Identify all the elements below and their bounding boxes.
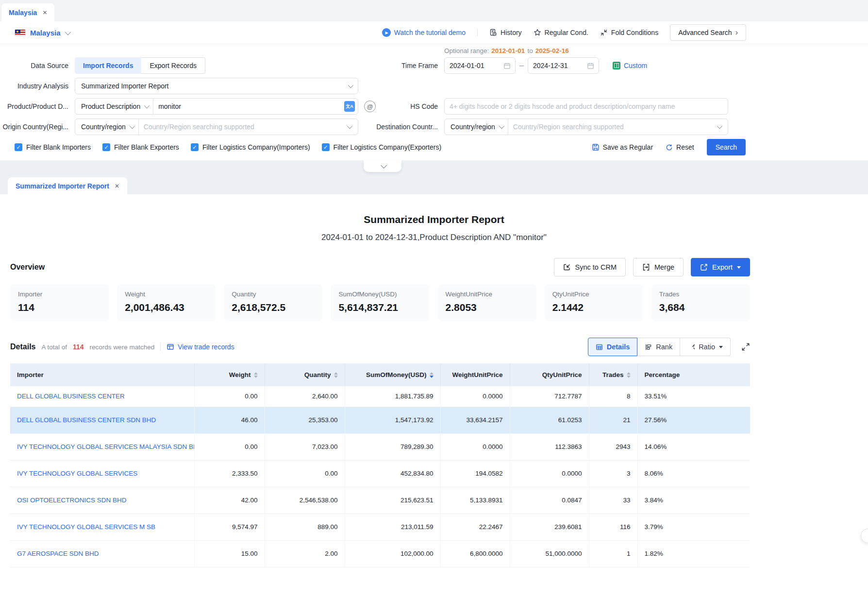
importer-link[interactable]: OSI OPTOELECTRONICS SDN BHD: [17, 497, 127, 504]
column-header[interactable]: Importer: [10, 363, 194, 386]
checkbox-checked-icon[interactable]: ✓: [322, 143, 330, 151]
sort-icon[interactable]: [430, 372, 434, 378]
advanced-search-button[interactable]: Advanced Search ›: [670, 24, 746, 41]
time-frame-start[interactable]: [444, 57, 516, 74]
sort-desc-caret[interactable]: [627, 376, 631, 378]
stat-value: 3,684: [659, 302, 742, 313]
checkbox-checked-icon[interactable]: ✓: [15, 143, 22, 151]
value-cell: 8.06%: [637, 460, 750, 487]
report-tab-label: Summarized Importer Report: [16, 182, 109, 190]
destination-mode-select[interactable]: Country/region: [445, 119, 508, 135]
sync-to-crm-button[interactable]: Sync to CRM: [554, 258, 626, 276]
sort-icon[interactable]: [334, 372, 338, 378]
column-header[interactable]: WeightUnitPrice: [440, 363, 510, 386]
window-tab-malaysia[interactable]: Malaysia ✕: [1, 3, 54, 21]
ratio-view-button[interactable]: Ratio: [680, 338, 731, 356]
importer-link[interactable]: IVY TECHNOLOGY GLOBAL SERVICES: [17, 470, 137, 477]
import-records-tab[interactable]: Import Records: [75, 57, 141, 74]
search-button[interactable]: Search: [707, 139, 746, 155]
filter-checkbox-0[interactable]: ✓Filter Blank Importers: [15, 143, 91, 151]
custom-range-button[interactable]: Custom: [613, 62, 647, 69]
chevron-down-icon: [347, 123, 352, 129]
product-input[interactable]: [153, 99, 344, 114]
fullscreen-button[interactable]: [741, 343, 750, 351]
divider: [160, 343, 161, 351]
translate-icon[interactable]: 文A: [344, 101, 355, 112]
tutorial-link[interactable]: ▶ Watch the tutorial demo: [382, 28, 466, 37]
value-cell: 213,011.59: [345, 514, 440, 540]
time-frame-end[interactable]: [528, 57, 599, 74]
table-row[interactable]: OSI OPTOELECTRONICS SDN BHD42.002,546,53…: [10, 487, 750, 514]
column-header[interactable]: Weight: [194, 363, 265, 386]
regular-cond-button[interactable]: Regular Cond.: [534, 29, 588, 36]
chevron-down-icon: [144, 103, 150, 108]
sort-desc-caret[interactable]: [430, 376, 434, 378]
time-frame-end-input[interactable]: [528, 58, 587, 73]
rank-view-button[interactable]: Rank: [637, 338, 680, 356]
hs-code-input[interactable]: [445, 99, 728, 114]
importer-link[interactable]: IVY TECHNOLOGY GLOBAL SERVICES M SB: [17, 523, 155, 531]
origin-country-input[interactable]: [139, 119, 347, 135]
report-tab[interactable]: Summarized Importer Report ✕: [8, 177, 127, 194]
sort-desc-caret[interactable]: [334, 376, 338, 378]
collapse-conditions-handle[interactable]: [364, 160, 401, 172]
stat-label: SumOfMoney(USD): [338, 291, 421, 298]
column-header[interactable]: SumOfMoney(USD): [345, 363, 440, 386]
time-frame-start-input[interactable]: [445, 58, 503, 73]
export-records-tab[interactable]: Export Records: [141, 57, 205, 74]
sort-asc-caret[interactable]: [430, 372, 434, 375]
table-row[interactable]: DELL GLOBAL BUSINESS CENTER0.002,640.001…: [10, 386, 750, 407]
value-cell: 46.00: [194, 407, 265, 433]
hs-code-field[interactable]: [444, 98, 728, 115]
destination-country-combo: Country/region: [444, 119, 728, 135]
sync-icon: [563, 263, 571, 271]
table-row[interactable]: G7 AEROSPACE SDN BHD15.002.00102,000.006…: [10, 540, 750, 567]
checkbox-checked-icon[interactable]: ✓: [191, 143, 199, 151]
divider: [477, 29, 478, 36]
table-row[interactable]: IVY TECHNOLOGY GLOBAL SERVICES MALAYSIA …: [10, 433, 750, 460]
sort-icon[interactable]: [627, 372, 631, 378]
save-as-regular-button[interactable]: Save as Regular: [592, 143, 653, 151]
filter-checkbox-3[interactable]: ✓Filter Logistics Company(Exporters): [322, 143, 442, 151]
column-header[interactable]: Quantity: [265, 363, 345, 386]
view-trade-records-link[interactable]: View trade records: [167, 343, 234, 351]
close-icon[interactable]: ✕: [115, 183, 119, 189]
importer-link[interactable]: IVY TECHNOLOGY GLOBAL SERVICES MALAYSIA …: [17, 443, 194, 450]
column-header[interactable]: Trades: [589, 363, 637, 386]
country-selector[interactable]: Malaysia: [15, 29, 69, 37]
destination-country-input[interactable]: [508, 119, 717, 135]
reset-button[interactable]: Reset: [666, 143, 694, 151]
fold-icon: [600, 29, 608, 36]
importer-link[interactable]: G7 AEROSPACE SDN BHD: [17, 550, 99, 557]
column-header[interactable]: Percentage: [637, 363, 750, 386]
column-header[interactable]: QtyUnitPrice: [510, 363, 589, 386]
close-icon[interactable]: ✕: [42, 10, 47, 16]
table-row[interactable]: DELL GLOBAL BUSINESS CENTER SDN BHD46.00…: [10, 407, 750, 433]
exact-match-icon[interactable]: @: [364, 101, 376, 112]
sort-asc-caret[interactable]: [627, 372, 631, 375]
importer-link[interactable]: DELL GLOBAL BUSINESS CENTER SDN BHD: [17, 416, 156, 424]
product-mode-select[interactable]: Product Description: [75, 99, 153, 114]
stat-label: Quantity: [232, 291, 315, 298]
sort-icon[interactable]: [254, 372, 258, 378]
history-button[interactable]: History: [489, 29, 522, 36]
stat-label: Importer: [18, 291, 101, 298]
table-row[interactable]: IVY TECHNOLOGY GLOBAL SERVICES M SB9,574…: [10, 514, 750, 540]
export-button[interactable]: Export: [691, 258, 750, 276]
sort-asc-caret[interactable]: [254, 372, 258, 375]
details-view-button[interactable]: Details: [588, 338, 638, 356]
origin-mode-select[interactable]: Country/region: [75, 119, 139, 135]
window-tab-label: Malaysia: [9, 9, 37, 17]
merge-button[interactable]: Merge: [633, 258, 684, 276]
checkbox-checked-icon[interactable]: ✓: [102, 143, 110, 151]
industry-analysis-select[interactable]: Summarized Importer Report: [75, 78, 358, 94]
table-row[interactable]: IVY TECHNOLOGY GLOBAL SERVICES2,333.500.…: [10, 460, 750, 487]
rank-icon: [645, 343, 652, 351]
fold-conditions-button[interactable]: Fold Conditions: [600, 29, 658, 36]
sort-desc-caret[interactable]: [254, 376, 258, 378]
sort-asc-caret[interactable]: [334, 372, 338, 375]
importer-link[interactable]: DELL GLOBAL BUSINESS CENTER: [17, 393, 125, 400]
filter-checkbox-2[interactable]: ✓Filter Logistics Company(Importers): [191, 143, 310, 151]
chevron-down-icon: [348, 83, 353, 88]
filter-checkbox-1[interactable]: ✓Filter Blank Exporters: [102, 143, 179, 151]
